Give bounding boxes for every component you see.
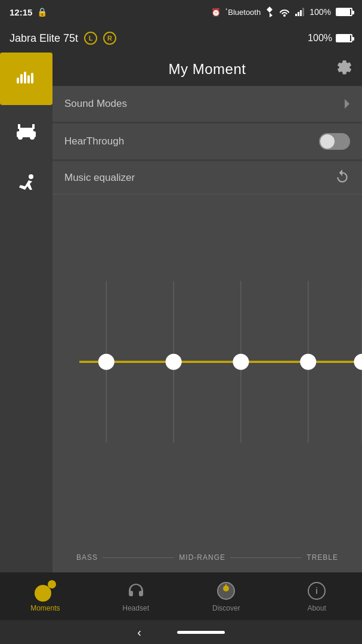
status-bar: 12:15 🔒 ⏰ ʿBluetooth 100% <box>0 0 362 24</box>
svg-rect-3 <box>302 8 304 16</box>
eq-label: Music equalizer <box>64 172 135 184</box>
about-nav-label: About <box>307 604 326 612</box>
wifi-icon <box>279 7 290 17</box>
sound-icon <box>11 64 41 94</box>
bass-label: BASS <box>76 553 98 562</box>
hearthrough-toggle[interactable] <box>319 133 350 150</box>
battery-percent: 100% <box>310 7 331 17</box>
hearthrough-section: HearThrough <box>52 124 362 159</box>
svg-point-23 <box>223 586 229 591</box>
about-nav-icon: i <box>306 580 327 602</box>
status-time: 12:15 <box>10 7 32 17</box>
headset-nav-label: Headset <box>122 604 149 612</box>
bottom-nav: Moments Headset Discover i About <box>0 572 362 620</box>
svg-rect-8 <box>31 73 33 84</box>
eq-labels: BASS MID-RANGE TREBLE <box>52 543 362 572</box>
reset-button[interactable] <box>335 169 350 187</box>
svg-rect-2 <box>300 10 302 16</box>
eq-separator-2 <box>230 557 302 558</box>
svg-rect-7 <box>27 75 30 84</box>
alarm-icon: ⏰ <box>211 8 221 17</box>
treble-label: TREBLE <box>307 553 338 562</box>
device-battery-text: 100% <box>308 33 332 44</box>
device-header: Jabra Elite 75t L R 100% <box>0 24 362 53</box>
sound-modes-section[interactable]: Sound Modes <box>52 86 362 122</box>
sound-modes-label: Sound Modes <box>64 98 127 110</box>
moments-small-dot <box>48 580 56 588</box>
svg-point-15 <box>29 174 33 179</box>
activity-icon <box>11 169 41 199</box>
hearthrough-label: HearThrough <box>64 135 124 147</box>
sidebar <box>0 53 52 572</box>
moments-nav-label: Moments <box>30 604 60 612</box>
bluetooth-icon: ʿBluetooth <box>225 8 261 17</box>
svg-rect-13 <box>18 124 20 129</box>
eq-handle-5[interactable] <box>354 354 362 370</box>
battery-icon <box>336 8 352 16</box>
lock-icon: 🔒 <box>37 7 47 17</box>
signal-icon <box>295 8 305 16</box>
page-title: My Moment <box>169 61 246 78</box>
transport-icon <box>11 116 41 146</box>
nav-item-moments[interactable]: Moments <box>0 580 91 612</box>
eq-header: Music equalizer <box>52 161 362 195</box>
nav-item-headset[interactable]: Headset <box>91 580 181 612</box>
back-arrow[interactable]: ‹ <box>137 625 141 639</box>
page-title-bar: My Moment <box>52 53 362 86</box>
moments-nav-icon <box>35 580 56 602</box>
sidebar-item-activity[interactable] <box>0 158 52 210</box>
bluetooth-icon <box>265 7 274 17</box>
svg-rect-0 <box>295 14 297 16</box>
home-bar[interactable] <box>177 631 225 634</box>
right-badge: R <box>103 32 116 45</box>
eq-separator-1 <box>103 557 174 558</box>
eq-handle-2[interactable] <box>166 354 182 370</box>
svg-rect-14 <box>32 124 35 129</box>
eq-handle-1[interactable] <box>98 354 115 370</box>
eq-section: Music equalizer <box>52 161 362 572</box>
toggle-knob <box>320 134 335 149</box>
svg-rect-10 <box>19 128 33 133</box>
home-indicator: ‹ <box>0 620 362 644</box>
device-name-text: Jabra Elite 75t <box>10 32 78 45</box>
settings-button[interactable] <box>336 60 352 79</box>
content-panel: My Moment Sound Modes HearThrough <box>52 53 362 572</box>
sidebar-item-sound[interactable] <box>0 53 52 105</box>
svg-rect-6 <box>24 72 26 84</box>
left-badge: L <box>84 32 97 45</box>
eq-handle-4[interactable] <box>300 354 316 370</box>
svg-text:i: i <box>315 586 318 596</box>
mid-label: MID-RANGE <box>179 553 225 562</box>
discover-nav-label: Discover <box>212 604 240 612</box>
eq-handle-3[interactable] <box>233 354 249 370</box>
svg-rect-1 <box>298 12 299 16</box>
svg-point-12 <box>30 135 35 140</box>
discover-nav-icon <box>215 580 237 602</box>
device-battery-icon <box>336 34 352 42</box>
sidebar-item-transport[interactable] <box>0 105 52 158</box>
svg-point-11 <box>18 135 23 140</box>
chevron-right-icon <box>344 98 350 109</box>
eq-chart <box>52 195 362 543</box>
headset-nav-icon <box>125 580 147 602</box>
nav-item-discover[interactable]: Discover <box>181 580 272 612</box>
nav-item-about[interactable]: i About <box>271 580 362 612</box>
eq-svg <box>52 207 362 531</box>
svg-rect-5 <box>20 74 23 84</box>
svg-rect-4 <box>17 78 19 84</box>
